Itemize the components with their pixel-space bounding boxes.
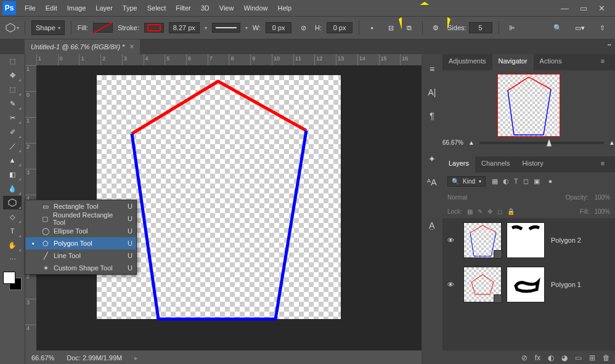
lock-all-icon[interactable]: 🔒 (507, 208, 515, 215)
dock-icon[interactable]: A̤ (425, 218, 439, 233)
gradient-tool[interactable]: ◧ (3, 168, 22, 181)
menu-image[interactable]: Image (62, 2, 91, 14)
close-tab-icon[interactable]: × (129, 42, 134, 51)
document-canvas[interactable] (97, 75, 341, 319)
layer-footer-icon[interactable]: ◐ (548, 354, 554, 362)
stroke-width-field[interactable]: 8.27 px (169, 22, 200, 33)
move-tool2[interactable]: ✥ (3, 68, 22, 82)
layer-visibility-icon[interactable]: 👁 (447, 281, 457, 288)
move-tool[interactable]: ⬚ (3, 54, 22, 68)
screen-mode-icon[interactable]: ▭▾ (573, 21, 587, 34)
flyout-item[interactable]: ▪ ⬠Polygon ToolU (25, 237, 136, 249)
flyout-item[interactable]: ▭Rectangle ToolU (25, 200, 136, 212)
color-swatches[interactable] (3, 272, 22, 290)
layer-footer-icon[interactable]: ⊘ (521, 354, 527, 362)
menu-select[interactable]: Select (142, 2, 171, 14)
filter-smart-icon[interactable]: ▣ (534, 177, 540, 185)
layer-thumb[interactable] (463, 222, 502, 258)
filter-toggle-icon[interactable]: ● (548, 177, 553, 185)
lock-artboard-icon[interactable]: ◻ (497, 208, 502, 215)
arrange-icon[interactable]: ⧉ (402, 21, 416, 34)
dock-icon[interactable]: A| (425, 85, 439, 100)
minimize-button[interactable]: — (561, 4, 569, 13)
menu-view[interactable]: View (214, 2, 239, 14)
dock-icon[interactable]: ᴬA (425, 175, 439, 190)
blur-tool[interactable]: 💧 (3, 182, 22, 195)
dock-icon[interactable]: ¶ (425, 108, 439, 123)
layer-name[interactable]: Polygon 2 (551, 237, 581, 244)
layer-footer-icon[interactable]: ▭ (575, 354, 582, 362)
zoom-out-icon[interactable]: ▲ (468, 139, 474, 146)
flyout-item[interactable]: ✶Custom Shape ToolU (25, 262, 136, 274)
flyout-item[interactable]: ▢Rounded Rectangle ToolU (25, 212, 136, 225)
layer-kind-dropdown[interactable]: 🔍 Kind ▾ (447, 176, 486, 187)
status-zoom[interactable]: 66.67% (31, 354, 54, 362)
layer-footer-icon[interactable]: fx (535, 354, 540, 362)
layer-row[interactable]: 👁 Polygon 1 (442, 262, 615, 307)
filter-shape-icon[interactable]: ◻ (523, 177, 529, 185)
marquee-tool[interactable]: ⬚ (3, 83, 22, 96)
zoom-in-icon[interactable]: ▲ (609, 139, 615, 146)
align-edges-icon[interactable]: ⊫ (505, 21, 519, 34)
lock-paint-icon[interactable]: ✎ (478, 208, 483, 215)
layer-fill-value[interactable]: 100% (594, 208, 610, 215)
close-button[interactable]: ✕ (598, 4, 605, 13)
menu-help[interactable]: Help (273, 2, 297, 14)
foreground-swatch[interactable] (3, 272, 15, 284)
gear-icon[interactable]: ⚙ (429, 21, 442, 34)
tab-channels[interactable]: Channels (475, 156, 516, 172)
fill-swatch[interactable] (93, 23, 113, 33)
navigator-zoom-value[interactable]: 66.67% (442, 139, 463, 146)
hand-tool[interactable]: ✋ (3, 238, 22, 252)
dock-icon[interactable]: ≡ (425, 62, 439, 76)
width-field[interactable]: 0 px (266, 22, 291, 33)
type-tool[interactable]: T (3, 224, 22, 238)
share-icon[interactable]: ⇧ (595, 21, 609, 34)
menu-filter[interactable]: Filter (171, 2, 195, 14)
pentagon-shape[interactable] (97, 75, 341, 319)
filter-pixel-icon[interactable]: ▦ (492, 177, 498, 185)
stroke-style-dropdown[interactable] (212, 23, 240, 33)
maximize-button[interactable]: ▭ (580, 4, 587, 13)
opacity-value[interactable]: 100% (594, 194, 610, 201)
layer-mask-thumb[interactable] (507, 267, 545, 302)
align-icon[interactable]: ⊟ (384, 21, 397, 34)
layer-footer-icon[interactable]: ⊞ (589, 354, 595, 362)
layer-thumb[interactable] (463, 267, 502, 302)
shape-tool[interactable] (3, 196, 22, 209)
search-icon[interactable]: 🔍 (551, 21, 564, 34)
dock-icon[interactable]: ✦ (425, 152, 439, 166)
ruler-horizontal[interactable]: 1012345678910111213141516 (36, 54, 422, 65)
menu-3d[interactable]: 3D (196, 2, 214, 14)
tab-history[interactable]: History (516, 156, 550, 172)
height-field[interactable]: 0 px (327, 22, 352, 33)
status-doc-info[interactable]: Doc: 2.99M/1.99M (67, 354, 122, 362)
stroke-swatch[interactable] (144, 23, 164, 33)
tab-layers[interactable]: Layers (442, 156, 475, 172)
layer-footer-icon[interactable]: 🗑 (603, 354, 610, 362)
layer-mask-thumb[interactable] (507, 222, 545, 258)
filter-type-icon[interactable]: T (514, 177, 518, 185)
lock-trans-icon[interactable]: ▦ (467, 208, 473, 215)
menu-window[interactable]: Window (238, 2, 272, 14)
document-tab[interactable]: Untitled-1 @ 66.7% (RGB/8#) * × (25, 39, 140, 54)
filter-adjust-icon[interactable]: ◐ (503, 177, 509, 185)
brush-tool[interactable]: ／ (3, 139, 22, 153)
tab-actions[interactable]: Actions (534, 54, 568, 70)
menu-layer[interactable]: Layer (91, 2, 118, 14)
link-wh-icon[interactable]: ⊘ (296, 21, 310, 34)
path-select-tool[interactable]: ◇ (3, 210, 22, 224)
more-tools[interactable]: ⋯ (3, 253, 22, 266)
sides-field[interactable]: 5 (469, 22, 492, 33)
tab-adjustments[interactable]: Adjustments (442, 54, 492, 70)
blend-mode-dropdown[interactable]: Normal (447, 194, 467, 201)
navigator-zoom-slider[interactable] (479, 142, 604, 144)
panel-collapse-icon[interactable]: •• (608, 42, 611, 48)
layer-visibility-icon[interactable]: 👁 (447, 237, 457, 244)
flyout-item[interactable]: ◯Ellipse ToolU (25, 225, 136, 237)
path-ops-icon[interactable]: ▪ (365, 21, 379, 34)
layer-name[interactable]: Polygon 1 (551, 281, 581, 288)
tab-navigator[interactable]: Navigator (492, 54, 534, 70)
crop-tool[interactable]: ✂ (3, 111, 22, 124)
layer-row[interactable]: 👁 Polygon 2 (442, 218, 615, 262)
